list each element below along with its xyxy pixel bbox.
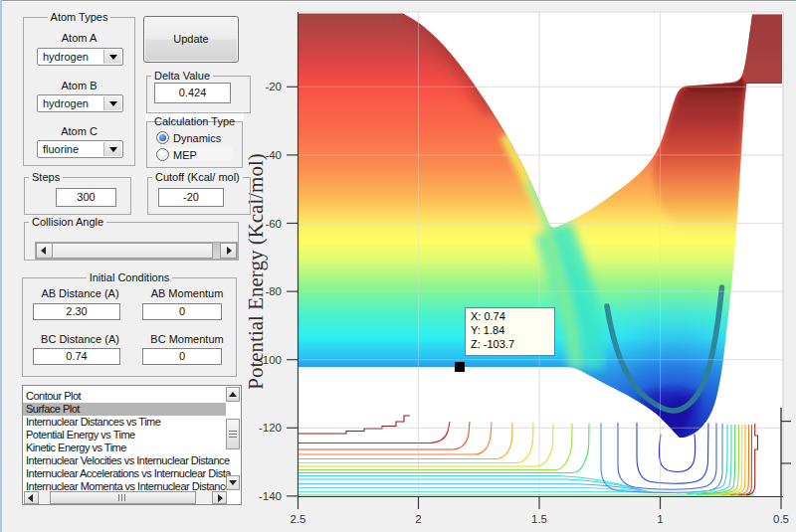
- svg-text:X: 0.74: X: 0.74: [471, 310, 505, 322]
- svg-text:1: 1: [657, 513, 663, 525]
- svg-text:-60: -60: [265, 218, 282, 230]
- svg-text:2.5: 2.5: [291, 513, 306, 525]
- svg-text:2: 2: [415, 513, 421, 525]
- svg-text:-20: -20: [265, 81, 282, 92]
- svg-text:Y: 1.84: Y: 1.84: [471, 324, 504, 336]
- svg-text:0.5: 0.5: [773, 513, 789, 525]
- svg-text:Z: -103.7: Z: -103.7: [471, 338, 514, 350]
- svg-text:-40: -40: [265, 149, 282, 161]
- svg-text:-140: -140: [259, 490, 282, 502]
- svg-text:-120: -120: [259, 422, 282, 434]
- svg-text:1.5: 1.5: [531, 513, 547, 525]
- svg-text:-80: -80: [265, 285, 282, 297]
